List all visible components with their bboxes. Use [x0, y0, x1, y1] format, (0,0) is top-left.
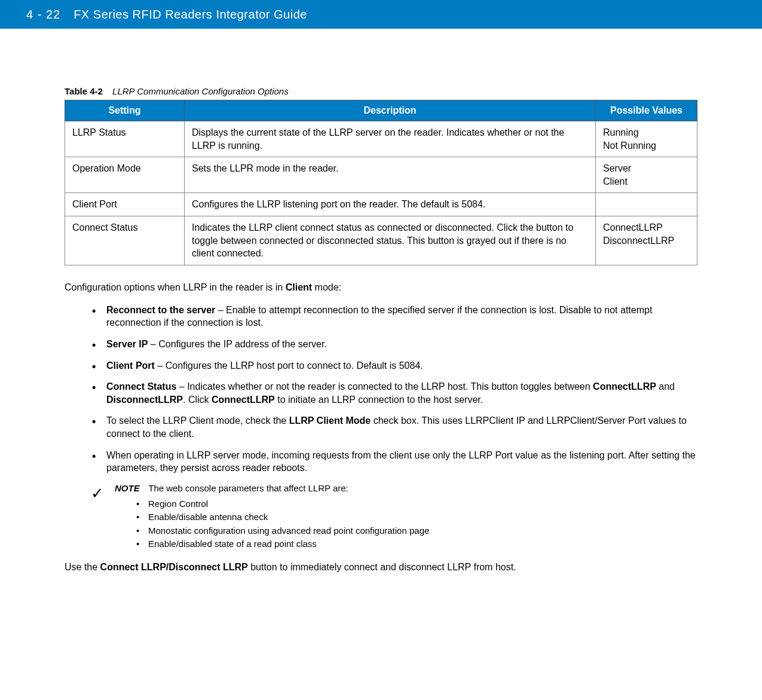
value-option: Running	[603, 126, 690, 139]
note-item: Monostatic configuration using advanced …	[136, 524, 697, 538]
cell-setting: Operation Mode	[65, 157, 185, 193]
table-row: Operation ModeSets the LLPR mode in the …	[65, 157, 697, 193]
guide-title: FX Series RFID Readers Integrator Guide	[74, 8, 307, 22]
table-row: LLRP StatusDisplays the current state of…	[65, 121, 697, 157]
closing-line: Use the Connect LLRP/Disconnect LLRP but…	[65, 562, 697, 573]
client-mode-bullets: Reconnect to the server – Enable to atte…	[65, 304, 697, 475]
note-item: Enable/disabled state of a read point cl…	[136, 537, 697, 551]
table-number: Table 4-2	[65, 86, 103, 96]
note-lead: The web console parameters that affect L…	[148, 483, 348, 493]
list-item: Reconnect to the server – Enable to atte…	[92, 304, 697, 329]
cell-description: Displays the current state of the LLRP s…	[185, 121, 596, 157]
list-item: To select the LLRP Client mode, check th…	[92, 414, 697, 440]
table-caption: Table 4-2 LLRP Communication Configurati…	[65, 86, 697, 96]
table-header-row: Setting Description Possible Values	[65, 100, 697, 121]
bullet-part: To select the LLRP Client mode, check th…	[106, 415, 289, 426]
bullet-lead: Connect Status	[106, 381, 176, 392]
cell-values: RunningNot Running	[596, 121, 697, 157]
bullet-part: and	[656, 381, 675, 392]
table-title: LLRP Communication Configuration Options	[112, 86, 289, 96]
note-item: Region Control	[136, 497, 697, 511]
col-header-description: Description	[185, 100, 596, 121]
cell-values: ConnectLLRPDisconnectLLRP	[596, 216, 697, 265]
page-content: Table 4-2 LLRP Communication Configurati…	[0, 29, 762, 597]
intro-bold: Client	[286, 282, 312, 292]
table-row: Connect StatusIndicates the LLRP client …	[65, 216, 697, 265]
cell-setting: Connect Status	[65, 216, 185, 265]
bullet-part: DisconnectLLRP	[106, 395, 183, 405]
value-option: DisconnectLLRP	[603, 234, 690, 247]
closing-bold: Connect LLRP/Disconnect LLRP	[100, 562, 248, 572]
note-item: Enable/disable antenna check	[136, 511, 697, 524]
cell-description: Indicates the LLRP client connect status…	[185, 216, 596, 265]
note-body: NOTE The web console parameters that aff…	[115, 483, 697, 551]
bullet-rest: – Configures the IP address of the serve…	[148, 339, 326, 349]
bullet-rest: – Configures the LLRP host port to conne…	[155, 360, 423, 371]
bullet-part: ConnectLLRP	[212, 395, 275, 405]
value-option: Not Running	[603, 139, 690, 152]
closing-suffix: button to immediately connect and discon…	[248, 562, 516, 572]
col-header-values: Possible Values	[596, 100, 697, 121]
intro-suffix: mode:	[312, 282, 341, 292]
note-block: ✓ NOTE The web console parameters that a…	[91, 483, 697, 551]
bullet-lead: Reconnect to the server	[106, 305, 215, 315]
value-option: Server	[603, 162, 690, 175]
value-option: Client	[603, 175, 690, 188]
bullet-part: ConnectLLRP	[593, 381, 656, 392]
cell-values	[596, 193, 697, 216]
page-header: 4 - 22 FX Series RFID Readers Integrator…	[0, 0, 762, 29]
checkmark-icon: ✓	[91, 484, 104, 503]
cell-setting: LLRP Status	[65, 121, 185, 157]
bullet-part: to initiate an LLRP connection to the ho…	[275, 395, 483, 405]
list-item: When operating in LLRP server mode, inco…	[92, 449, 697, 475]
value-option: ConnectLLRP	[603, 221, 690, 234]
cell-setting: Client Port	[65, 193, 185, 216]
cell-values: ServerClient	[596, 157, 697, 193]
closing-prefix: Use the	[65, 562, 100, 572]
bullet-lead: Client Port	[106, 360, 155, 371]
cell-description: Sets the LLPR mode in the reader.	[185, 157, 596, 193]
cell-description: Configures the LLRP listening port on th…	[185, 193, 596, 216]
list-item: Server IP – Configures the IP address of…	[92, 338, 697, 351]
bullet-part: – Indicates whether or not the reader is…	[176, 381, 593, 392]
page-number: 4 - 22	[26, 8, 60, 22]
bullet-lead: Server IP	[106, 339, 148, 349]
list-item: Client Port – Configures the LLRP host p…	[92, 359, 697, 372]
client-mode-intro: Configuration options when LLRP in the r…	[65, 282, 697, 293]
llrp-config-table: Setting Description Possible Values LLRP…	[65, 100, 697, 265]
bullet-part: LLRP Client Mode	[289, 415, 371, 426]
list-item: Connect Status – Indicates whether or no…	[92, 380, 697, 406]
bullet-part: . Click	[183, 395, 212, 405]
table-row: Client PortConfigures the LLRP listening…	[65, 193, 697, 216]
intro-prefix: Configuration options when LLRP in the r…	[65, 282, 286, 292]
note-label: NOTE	[115, 483, 140, 493]
note-items: Region ControlEnable/disable antenna che…	[115, 497, 697, 551]
col-header-setting: Setting	[65, 100, 185, 121]
